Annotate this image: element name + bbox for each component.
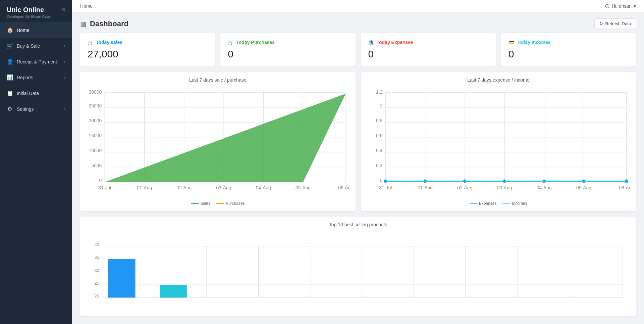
- top-navigation: Home ⊙ Hi, ehsan ▾: [72, 0, 644, 12]
- user-label: Hi, ehsan: [612, 3, 632, 9]
- stat-card-today-purchases: 🛒 Today Purchases 0: [220, 33, 355, 66]
- top-products-chart-card: Top 10 best selling products 20 25 30 35…: [80, 217, 636, 316]
- svg-text:31-Jul: 31-Jul: [98, 185, 111, 190]
- svg-text:0.8: 0.8: [376, 118, 382, 123]
- svg-text:03-Aug: 03-Aug: [216, 185, 231, 190]
- top-products-chart: 20 25 30 35 40: [86, 231, 631, 309]
- svg-text:31-Jul: 31-Jul: [379, 185, 392, 190]
- chevron-right-icon: ›: [64, 75, 65, 80]
- purchases-icon: 🛒: [228, 40, 233, 45]
- sidebar-item-initial-data[interactable]: 📋 Initial Data ›: [0, 85, 72, 101]
- svg-text:0: 0: [99, 178, 102, 183]
- sidebar-item-label: Home: [17, 28, 65, 33]
- sidebar-item-receipt-payment[interactable]: 👤 Receipt & Payment ›: [0, 54, 72, 70]
- svg-text:15000: 15000: [89, 133, 102, 138]
- dashboard-title-wrap: ▦ Dashboard: [80, 19, 128, 28]
- bar-1: [108, 259, 135, 297]
- svg-text:02-Aug: 02-Aug: [176, 185, 192, 190]
- sidebar-item-label: Initial Data: [17, 91, 60, 96]
- home-icon: 🏠: [7, 27, 13, 33]
- svg-marker-21: [105, 94, 346, 182]
- main-content: Home ⊙ Hi, ehsan ▾ ▦ Dashboard ↻ Refresh…: [72, 0, 644, 324]
- chart3-title: Top 10 best selling products: [86, 222, 631, 227]
- svg-text:0.4: 0.4: [376, 148, 382, 153]
- sidebar-item-reports[interactable]: 📊 Reports ›: [0, 70, 72, 85]
- incomes-legend-item: Incomes: [502, 201, 527, 206]
- sidebar-item-home[interactable]: 🏠 Home: [0, 22, 72, 38]
- refresh-data-button[interactable]: ↻ Refresh Data: [594, 18, 636, 29]
- svg-text:20: 20: [94, 293, 99, 298]
- svg-text:01-Aug: 01-Aug: [417, 185, 432, 190]
- svg-text:1.2: 1.2: [376, 89, 382, 95]
- sidebar-item-label: Buy & Sale: [17, 43, 60, 49]
- svg-text:02-Aug: 02-Aug: [457, 185, 472, 190]
- sidebar-header: Unic Online Developed By Ehsan Azizi ×: [0, 0, 72, 22]
- stat-card-today-sales: 🛒 Today sales 27,000: [80, 33, 215, 66]
- chart2-title: Last 7 days expense / income: [366, 77, 631, 83]
- chevron-right-icon: ›: [64, 107, 65, 111]
- svg-text:05-Aug: 05-Aug: [576, 185, 591, 190]
- svg-text:25000: 25000: [89, 103, 102, 108]
- sidebar-close-button[interactable]: ×: [62, 7, 65, 13]
- stat-card-today-expenses: 🏦 Today Expenses 0: [361, 33, 496, 66]
- svg-text:20000: 20000: [89, 118, 102, 123]
- sidebar-item-label: Receipt & Payment: [17, 59, 60, 64]
- purchases-legend-item: Purchases: [216, 201, 245, 206]
- svg-text:10000: 10000: [89, 148, 102, 153]
- incomes-icon: 💳: [508, 40, 514, 45]
- today-incomes-value: 0: [508, 48, 629, 60]
- sidebar-item-settings[interactable]: ⚙ Settings ›: [0, 101, 72, 117]
- dropdown-arrow-icon: ▾: [634, 3, 636, 9]
- dashboard-icon: ▦: [80, 20, 87, 28]
- dashboard-header: ▦ Dashboard ↻ Refresh Data: [72, 12, 644, 33]
- page-title: Dashboard: [90, 19, 128, 28]
- user-menu[interactable]: ⊙ Hi, ehsan ▾: [605, 2, 636, 10]
- chevron-right-icon: ›: [64, 59, 65, 64]
- chart2-legend: Expenses Incomes: [366, 201, 631, 206]
- sales-legend-item: Sales: [191, 201, 210, 206]
- user-icon: ⊙: [605, 2, 610, 10]
- receipt-icon: 👤: [7, 58, 13, 65]
- svg-text:04-Aug: 04-Aug: [256, 185, 271, 190]
- today-sales-value: 27,000: [88, 48, 208, 60]
- svg-text:40: 40: [94, 242, 99, 247]
- svg-text:25: 25: [94, 281, 99, 286]
- svg-text:01-Aug: 01-Aug: [137, 185, 152, 190]
- expenses-legend-item: Expenses: [470, 201, 497, 206]
- svg-text:0.6: 0.6: [376, 133, 382, 138]
- charts-row: Last 7 days sale / purchase 0 5000 10000…: [72, 72, 644, 217]
- svg-text:0.2: 0.2: [376, 163, 382, 168]
- today-expenses-value: 0: [368, 48, 488, 60]
- sidebar-item-buy-sale[interactable]: 🛒 Buy & Sale ›: [0, 38, 72, 54]
- sidebar-item-label: Settings: [17, 106, 60, 112]
- expenses-icon: 🏦: [368, 40, 374, 45]
- chevron-right-icon: ›: [64, 44, 65, 48]
- initial-data-icon: 📋: [7, 90, 13, 96]
- chevron-right-icon: ›: [64, 91, 65, 96]
- svg-text:1: 1: [380, 103, 382, 108]
- svg-text:04-Aug: 04-Aug: [536, 185, 551, 190]
- stat-card-today-incomes: 💳 Today Incomes 0: [501, 33, 636, 66]
- svg-text:5000: 5000: [91, 163, 102, 168]
- today-purchases-value: 0: [228, 48, 348, 60]
- svg-text:06-Aug: 06-Aug: [338, 185, 350, 190]
- expense-income-chart: 0 0.2 0.4 0.6 0.8 1 1.2: [366, 86, 631, 197]
- sales-purchase-chart: 0 5000 10000 15000 20000 25000 30000: [86, 86, 350, 197]
- app-title: Unic Online: [7, 6, 50, 14]
- today-sales-label: 🛒 Today sales: [88, 40, 208, 45]
- expense-income-chart-card: Last 7 days expense / income 0 0.2 0.4 0…: [361, 72, 636, 211]
- svg-text:35: 35: [94, 255, 99, 260]
- settings-icon: ⚙: [7, 106, 13, 112]
- today-expenses-label: 🏦 Today Expenses: [368, 40, 488, 45]
- sidebar-item-label: Reports: [17, 75, 60, 80]
- refresh-label: Refresh Data: [605, 21, 631, 26]
- sales-icon: 🛒: [88, 40, 93, 45]
- breadcrumb: Home: [80, 3, 93, 9]
- sidebar: Unic Online Developed By Ehsan Azizi × 🏠…: [0, 0, 72, 324]
- today-incomes-label: 💳 Today Incomes: [508, 40, 629, 45]
- today-purchases-label: 🛒 Today Purchases: [228, 40, 348, 45]
- svg-text:30: 30: [94, 268, 99, 273]
- svg-text:06-Aug: 06-Aug: [619, 185, 631, 190]
- reports-icon: 📊: [7, 74, 13, 81]
- svg-text:30000: 30000: [89, 89, 102, 95]
